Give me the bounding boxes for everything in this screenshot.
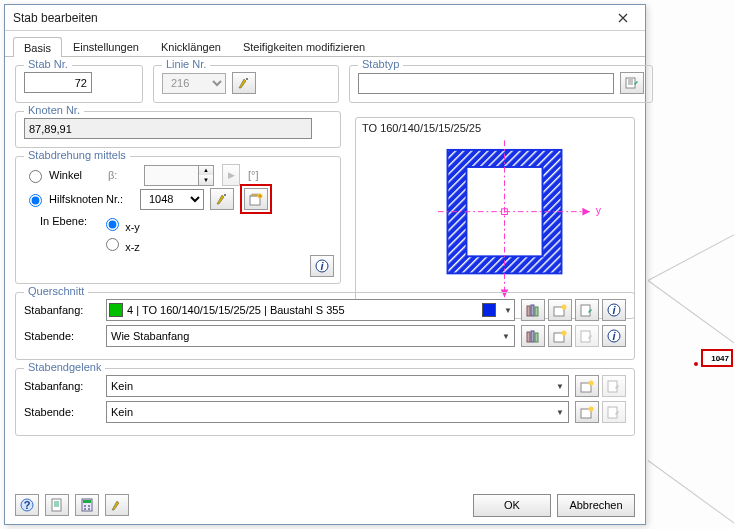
radio-winkel[interactable]: Winkel: [24, 167, 100, 183]
hilfs-pick-button[interactable]: [210, 188, 234, 210]
radio-hilfsknoten[interactable]: Hilfsknoten: [24, 191, 100, 207]
svg-rect-26: [527, 332, 530, 342]
qs-stabende-label: Stabende:: [24, 330, 100, 342]
svg-rect-23: [581, 305, 590, 316]
qs-endcolor: [482, 303, 496, 317]
notes-button[interactable]: [45, 494, 69, 516]
new-icon: [553, 304, 567, 317]
help-button[interactable]: ?: [15, 494, 39, 516]
spin-down[interactable]: ▼: [199, 175, 213, 185]
stabtyp-edit-button[interactable]: [620, 72, 644, 94]
edit-list-icon: [625, 77, 639, 89]
cancel-button[interactable]: Abbrechen: [557, 494, 635, 517]
ok-button[interactable]: OK: [473, 494, 551, 517]
svg-point-47: [84, 508, 86, 510]
knoten-input[interactable]: [24, 118, 312, 139]
qs-stabende-combo[interactable]: Wie Stabanfang ▼: [106, 325, 515, 347]
svg-point-46: [88, 505, 90, 507]
chevron-down-icon: ▼: [504, 306, 512, 315]
spin-up[interactable]: ▲: [199, 166, 213, 176]
group-gelenk: Stabendgelenk Stabanfang: Kein ▼ Stabend…: [15, 368, 635, 436]
new-icon: [580, 406, 594, 419]
beta-input[interactable]: [144, 165, 198, 186]
picker-icon: [237, 76, 251, 90]
svg-point-48: [88, 508, 90, 510]
qs-stabanfang-combo[interactable]: 4 | TO 160/140/15/15/25/25 | Baustahl S …: [106, 299, 515, 321]
linie-nr-select[interactable]: 216: [162, 73, 226, 94]
svg-rect-19: [531, 305, 534, 316]
stabtyp-select[interactable]: Balkenstab: [358, 73, 614, 94]
legend-knoten: Knoten Nr.: [24, 104, 84, 116]
edit-icon: [607, 406, 621, 419]
beta-step-button[interactable]: ▶: [222, 164, 240, 186]
section-preview: TO 160/140/15/15/25/25: [355, 117, 635, 319]
legend-stab-nr: Stab Nr.: [24, 58, 72, 70]
gel-new-button[interactable]: [575, 375, 599, 397]
svg-point-13: [224, 194, 226, 196]
calc-button[interactable]: [75, 494, 99, 516]
qs-swatch: [109, 303, 123, 317]
beta-unit: [°]: [248, 169, 259, 181]
bg-node-label: 1047: [701, 349, 733, 367]
group-stab-nr: Stab Nr.: [15, 65, 143, 103]
gel-stabanfang-combo[interactable]: Kein ▼: [106, 375, 569, 397]
svg-point-35: [589, 380, 594, 385]
svg-point-45: [84, 505, 86, 507]
svg-rect-27: [531, 331, 534, 342]
hilfs-nr-select[interactable]: 1048: [140, 189, 204, 210]
gel-new-button-2[interactable]: [575, 401, 599, 423]
legend-gelenk: Stabendgelenk: [24, 361, 105, 373]
help-icon: ?: [20, 498, 34, 512]
svg-rect-31: [581, 331, 590, 342]
radio-xy[interactable]: x-y: [101, 215, 140, 233]
radio-xz[interactable]: x-z: [101, 235, 140, 253]
picker-icon: [215, 192, 229, 206]
qs-stabanfang-text: 4 | TO 160/140/15/15/25/25 | Baustahl S …: [127, 304, 478, 316]
new-icon: [553, 330, 567, 343]
chevron-down-icon: ▼: [502, 332, 510, 341]
hilfs-new-button[interactable]: [244, 188, 268, 210]
chevron-right-icon: ▶: [228, 170, 235, 180]
group-querschnitt: Querschnitt Stabanfang: 4 | TO 160/140/1…: [15, 292, 635, 360]
beta-spin[interactable]: ▲▼: [144, 165, 214, 186]
gel-stabanfang-label: Stabanfang:: [24, 380, 100, 392]
gel-stabanfang-text: Kein: [111, 380, 133, 392]
svg-rect-39: [608, 407, 617, 418]
legend-querschnitt: Querschnitt: [24, 285, 88, 297]
picker-icon: [110, 498, 124, 512]
stab-nr-input[interactable]: [24, 72, 92, 93]
notes-icon: [50, 498, 64, 512]
close-button[interactable]: [605, 8, 641, 28]
tab-basis[interactable]: Basis: [13, 37, 62, 57]
stabdrehung-info-button[interactable]: i: [310, 255, 334, 277]
pick-line-button[interactable]: [232, 72, 256, 94]
qs-lib-button-2[interactable]: [521, 325, 545, 347]
qs-edit-button[interactable]: [575, 299, 599, 321]
gel-stabende-label: Stabende:: [24, 406, 100, 418]
titlebar: Stab bearbeiten: [5, 5, 645, 31]
svg-point-0: [246, 78, 248, 80]
qs-info-button-2[interactable]: i: [602, 325, 626, 347]
chevron-down-icon: ▼: [556, 408, 564, 417]
svg-point-22: [562, 304, 567, 309]
dialog-footer: ? OK Abbrechen: [5, 486, 645, 524]
beta-label: β:: [108, 169, 136, 181]
svg-rect-28: [535, 333, 538, 342]
tab-steifigkeiten[interactable]: Steifigkeiten modifizieren: [232, 36, 376, 56]
qs-new-button[interactable]: [548, 299, 572, 321]
tab-knicklaengen[interactable]: Knicklängen: [150, 36, 232, 56]
tab-einstellungen[interactable]: Einstellungen: [62, 36, 150, 56]
qs-new-button-2[interactable]: [548, 325, 572, 347]
qs-info-button[interactable]: i: [602, 299, 626, 321]
gel-stabende-text: Kein: [111, 406, 133, 418]
info-icon: i: [607, 303, 621, 317]
gel-stabende-combo[interactable]: Kein ▼: [106, 401, 569, 423]
svg-point-38: [589, 406, 594, 411]
tab-strip: Basis Einstellungen Knicklängen Steifigk…: [5, 33, 645, 57]
svg-text:?: ?: [24, 499, 31, 511]
pick-member-button[interactable]: [105, 494, 129, 516]
library-icon: [526, 304, 540, 317]
svg-rect-44: [83, 500, 91, 503]
preview-title: TO 160/140/15/15/25/25: [362, 122, 628, 134]
qs-lib-button[interactable]: [521, 299, 545, 321]
